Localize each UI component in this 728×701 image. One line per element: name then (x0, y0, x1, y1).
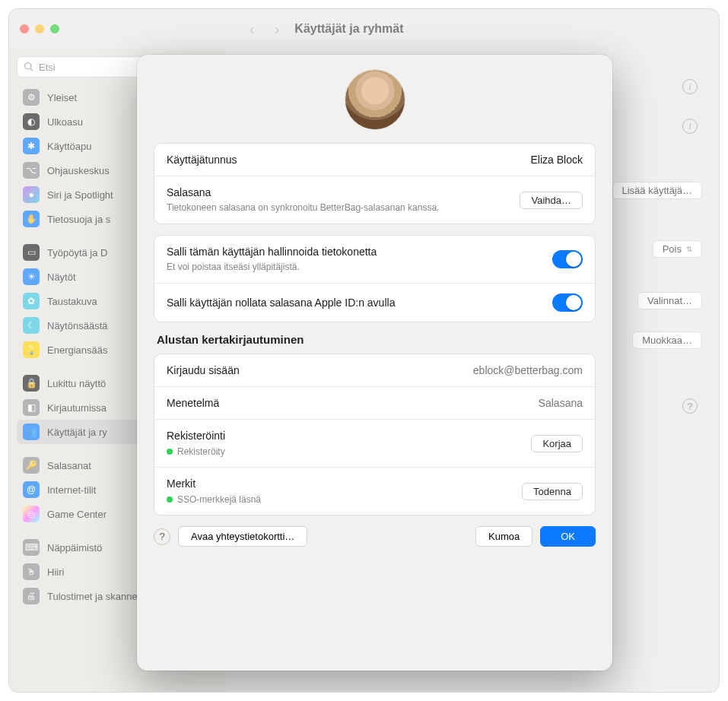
info-icon[interactable]: i (682, 79, 698, 94)
titlebar: ‹ › Käyttäjät ja ryhmät (9, 9, 719, 49)
add-user-button[interactable]: Lisää käyttäjä… (612, 182, 703, 199)
sso-method-row: Menetelmä Salasana (154, 387, 595, 420)
sso-repair-button[interactable]: Korjaa (531, 435, 583, 452)
user-details-dialog: Käyttäjätunnus Eliza Block Salasana Tiet… (137, 55, 612, 671)
sso-signin-label: Kirjaudu sisään (167, 364, 464, 376)
sso-registration-row: Rekisteröinti Rekisteröity Korjaa (154, 420, 595, 468)
sso-registration-status: Rekisteröity (167, 446, 522, 457)
ok-button[interactable]: OK (540, 526, 596, 547)
sso-signin-row: Kirjaudu sisään eblock@betterbag.com (154, 354, 595, 387)
allow-admin-row: Salli tämän käyttäjän hallinnoida tietok… (154, 236, 595, 284)
info-icon[interactable]: i (682, 119, 698, 134)
password-row: Salasana Tietokoneen salasana on synkron… (154, 176, 595, 224)
system-settings-window: ‹ › Käyttäjät ja ryhmät ⚙Yleiset ◐Ulkoas… (9, 9, 719, 692)
dialog-help-button[interactable]: ? (154, 528, 170, 545)
status-dot-icon (167, 496, 173, 503)
password-sub: Tietokoneen salasana on synkronoitu Bett… (167, 201, 510, 214)
sso-tokens-row: Merkit SSO-merkkejä läsnä Todenna (154, 468, 595, 515)
help-icon[interactable]: ? (682, 398, 698, 414)
off-dropdown[interactable]: Pois⇅ (653, 240, 702, 258)
nav-forward-button[interactable]: › (270, 21, 285, 38)
allow-admin-toggle[interactable] (552, 250, 583, 268)
sso-method-value: Salasana (539, 397, 583, 409)
open-contact-card-button[interactable]: Avaa yhteystietokortti… (178, 526, 307, 547)
allow-appleid-toggle[interactable] (552, 293, 583, 312)
chevron-updown-icon: ⇅ (686, 245, 692, 253)
allow-appleid-label: Salli käyttäjän nollata salasana Apple I… (167, 297, 543, 309)
dialog-footer: ? Avaa yhteystietokortti… Kumoa OK (154, 526, 596, 547)
user-avatar[interactable] (345, 70, 405, 129)
sso-card: Kirjaudu sisään eblock@betterbag.com Men… (154, 354, 596, 515)
sso-authenticate-button[interactable]: Todenna (522, 483, 583, 500)
maximize-window-button[interactable] (50, 24, 59, 33)
status-dot-icon (167, 449, 173, 455)
options-button[interactable]: Valinnat… (637, 292, 702, 309)
sso-tokens-status: SSO-merkkejä läsnä (167, 494, 513, 505)
username-label: Käyttäjätunnus (167, 154, 522, 166)
username-value: Eliza Block (531, 154, 583, 166)
change-password-button[interactable]: Vaihda… (520, 192, 583, 209)
sso-heading: Alustan kertakirjautuminen (157, 333, 596, 346)
page-title: Käyttäjät ja ryhmät (294, 22, 403, 36)
cancel-button[interactable]: Kumoa (475, 526, 532, 547)
window-controls (20, 24, 59, 33)
sso-registration-label: Rekisteröinti (167, 430, 522, 442)
edit-button[interactable]: Muokkaa… (632, 331, 702, 349)
password-label: Salasana (167, 186, 510, 198)
identity-card: Käyttäjätunnus Eliza Block Salasana Tiet… (154, 143, 596, 224)
close-window-button[interactable] (20, 24, 29, 33)
allow-admin-label: Salli tämän käyttäjän hallinnoida tietok… (167, 246, 543, 258)
nav-back-button[interactable]: ‹ (245, 21, 259, 38)
sso-method-label: Menetelmä (167, 397, 529, 409)
sso-tokens-label: Merkit (167, 477, 513, 490)
minimize-window-button[interactable] (35, 24, 44, 33)
allow-appleid-reset-row: Salli käyttäjän nollata salasana Apple I… (154, 284, 595, 322)
permissions-card: Salli tämän käyttäjän hallinnoida tietok… (154, 235, 596, 322)
username-row: Käyttäjätunnus Eliza Block (154, 144, 595, 176)
allow-admin-sub: Et voi poistaa itseäsi ylläpitäjistä. (167, 261, 543, 273)
sso-signin-value: eblock@betterbag.com (473, 364, 583, 376)
search-icon (24, 62, 34, 72)
